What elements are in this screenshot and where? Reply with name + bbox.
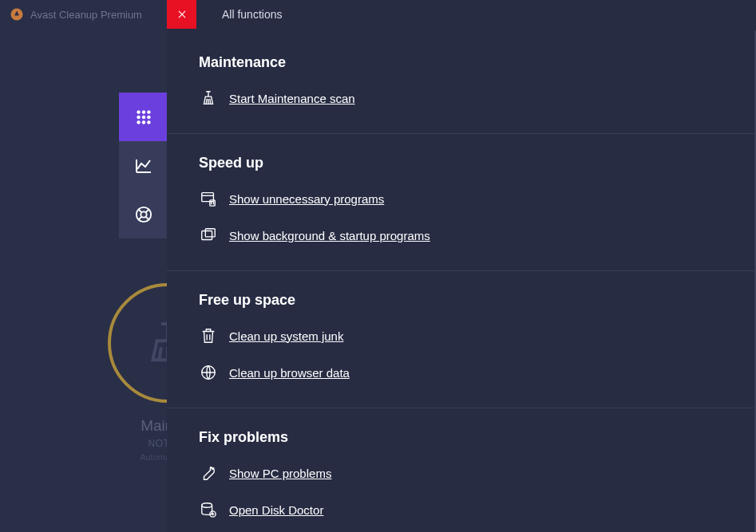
sidebar-item-stats[interactable] bbox=[119, 141, 168, 190]
svg-point-11 bbox=[141, 211, 146, 217]
svg-point-9 bbox=[147, 120, 150, 124]
svg-point-5 bbox=[142, 116, 145, 119]
section-title: Free up space bbox=[199, 292, 724, 309]
section-fix-problems: Fix problems Show PC problems Open Disk … bbox=[167, 420, 756, 532]
item-show-unnecessary-programs[interactable]: Show unnecessary programs bbox=[199, 189, 724, 208]
item-label: Show unnecessary programs bbox=[229, 192, 384, 206]
item-start-maintenance-scan[interactable]: Start Maintenance scan bbox=[199, 89, 724, 108]
globe-icon bbox=[199, 363, 218, 382]
svg-point-7 bbox=[137, 120, 140, 124]
disk-doctor-icon bbox=[199, 500, 218, 519]
item-label: Show background & startup programs bbox=[229, 229, 430, 242]
close-button[interactable] bbox=[167, 0, 196, 29]
svg-rect-14 bbox=[202, 231, 212, 240]
section-title: Fix problems bbox=[199, 429, 724, 446]
overlay-title: All functions bbox=[196, 8, 282, 21]
avast-logo-icon bbox=[10, 7, 24, 22]
item-label: Clean up system junk bbox=[229, 329, 343, 343]
overlay-header: All functions bbox=[167, 0, 756, 29]
item-label: Clean up browser data bbox=[229, 366, 350, 380]
chart-line-icon bbox=[134, 156, 153, 175]
item-label: Start Maintenance scan bbox=[229, 92, 355, 105]
section-title: Speed up bbox=[199, 155, 724, 171]
section-free-up-space: Free up space Clean up system junk Clean… bbox=[167, 282, 756, 408]
svg-point-1 bbox=[137, 110, 140, 113]
svg-rect-13 bbox=[210, 200, 215, 206]
close-icon bbox=[176, 9, 188, 20]
svg-point-3 bbox=[147, 110, 150, 113]
lifebuoy-icon bbox=[135, 206, 152, 223]
wrench-icon bbox=[199, 463, 218, 483]
broom-icon bbox=[199, 89, 218, 108]
section-title: Maintenance bbox=[199, 54, 724, 71]
overlay-body: Maintenance Start Maintenance scan Speed… bbox=[167, 29, 756, 532]
svg-point-6 bbox=[147, 116, 150, 119]
svg-point-8 bbox=[142, 120, 145, 124]
all-functions-panel: All functions Maintenance Start Maintena… bbox=[167, 0, 756, 532]
item-clean-up-system-junk[interactable]: Clean up system junk bbox=[199, 326, 724, 345]
trash-icon bbox=[199, 326, 218, 345]
item-show-background-startup-programs[interactable]: Show background & startup programs bbox=[199, 226, 724, 245]
item-label: Show PC problems bbox=[229, 467, 331, 480]
sidebar bbox=[119, 93, 168, 238]
item-label: Open Disk Doctor bbox=[229, 503, 323, 517]
svg-point-17 bbox=[202, 503, 212, 508]
item-show-pc-problems[interactable]: Show PC problems bbox=[199, 463, 724, 483]
app-title: Avast Cleanup Premium bbox=[30, 9, 142, 21]
sidebar-item-grid[interactable] bbox=[119, 93, 168, 141]
item-clean-up-browser-data[interactable]: Clean up browser data bbox=[199, 363, 724, 382]
svg-rect-15 bbox=[205, 229, 215, 237]
svg-point-2 bbox=[142, 110, 145, 113]
section-speed-up: Speed up Show unnecessary programs Show … bbox=[167, 145, 756, 271]
section-maintenance: Maintenance Start Maintenance scan bbox=[167, 45, 756, 134]
item-open-disk-doctor[interactable]: Open Disk Doctor bbox=[199, 500, 724, 519]
window-trash-icon bbox=[199, 189, 218, 208]
sidebar-item-help[interactable] bbox=[119, 190, 168, 238]
windows-icon bbox=[199, 226, 218, 245]
grid-icon bbox=[135, 108, 152, 126]
svg-point-4 bbox=[137, 116, 140, 119]
